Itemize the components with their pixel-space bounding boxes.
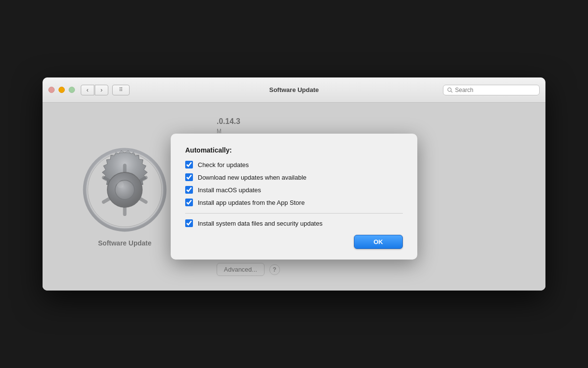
window-title: Software Update <box>269 86 319 93</box>
checkbox-install-macos[interactable] <box>185 186 193 194</box>
forward-icon: › <box>101 86 103 93</box>
nav-buttons: ‹ › <box>81 85 108 95</box>
titlebar: ‹ › ⠿ Software Update <box>43 77 545 103</box>
main-window: ‹ › ⠿ Software Update <box>43 77 545 291</box>
traffic-lights <box>48 87 75 93</box>
back-icon: ‹ <box>87 86 88 93</box>
grid-icon: ⠿ <box>119 87 123 93</box>
checkbox-label-3: Install macOS updates <box>198 186 261 194</box>
checkbox-item-4: Install app updates from the App Store <box>185 199 403 206</box>
main-content: Software Update .0.14.3 M Advanced... ? … <box>43 103 545 291</box>
checkbox-install-app-updates[interactable] <box>185 199 193 206</box>
maximize-button[interactable] <box>69 87 75 93</box>
checkbox-label-5: Install system data files and security u… <box>198 220 323 227</box>
checkbox-label-1: Check for updates <box>198 161 249 169</box>
checkbox-item-2: Download new updates when available <box>185 173 403 181</box>
checkbox-item-5: Install system data files and security u… <box>185 219 403 227</box>
search-input[interactable] <box>455 87 535 93</box>
back-button[interactable]: ‹ <box>81 85 94 95</box>
checkbox-label-2: Download new updates when available <box>198 174 307 181</box>
close-button[interactable] <box>48 87 55 93</box>
forward-button[interactable]: › <box>95 85 108 95</box>
checkbox-list: Check for updates Download new updates w… <box>185 161 403 206</box>
minimize-button[interactable] <box>59 87 65 93</box>
checkbox-label-4: Install app updates from the App Store <box>198 199 305 206</box>
ok-button[interactable]: OK <box>354 235 403 249</box>
search-icon <box>447 87 453 93</box>
checkbox-download-updates[interactable] <box>185 173 193 181</box>
grid-button[interactable]: ⠿ <box>112 85 130 95</box>
search-bar[interactable] <box>443 85 540 95</box>
svg-line-1 <box>451 91 452 92</box>
checkbox-check-for-updates[interactable] <box>185 161 193 169</box>
dialog: Automatically: Check for updates Downloa… <box>171 134 417 260</box>
checkbox-install-security[interactable] <box>185 219 193 227</box>
checkbox-item-1: Check for updates <box>185 161 403 169</box>
dialog-footer: OK <box>185 235 403 249</box>
dialog-divider <box>185 213 403 214</box>
checkbox-item-3: Install macOS updates <box>185 186 403 194</box>
dialog-title: Automatically: <box>185 146 403 154</box>
